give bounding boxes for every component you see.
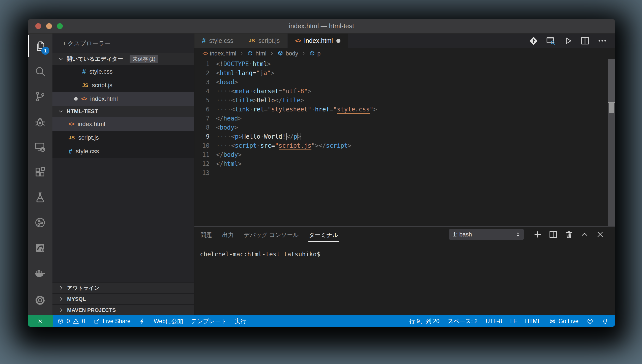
status-feedback[interactable]	[582, 315, 598, 327]
code-line-6[interactable]: 6····<link·rel="stylesheet"·href="style.…	[194, 105, 615, 114]
breadcrumb-item-p[interactable]: p	[309, 50, 321, 57]
more-actions-button[interactable]	[596, 34, 609, 47]
open-changes-button[interactable]	[527, 34, 540, 47]
open-editors-header[interactable]: 開いているエディター未保存 (1)	[52, 53, 194, 65]
split-terminal-button[interactable]	[547, 228, 559, 240]
tab-index.html[interactable]: <>index.html	[288, 34, 348, 48]
breadcrumb-item-index.html[interactable]: <>index.html	[202, 50, 236, 57]
code-line-4[interactable]: 4····<meta·charset="utf-8">	[194, 87, 615, 96]
tab-label: index.html	[304, 37, 333, 44]
status-notifications[interactable]	[598, 315, 613, 327]
code-line-5[interactable]: 5····<title>Hello</title>	[194, 96, 615, 105]
section-MYSQL[interactable]: MYSQL	[52, 293, 194, 304]
line-number: 1	[194, 59, 210, 69]
status-language-mode[interactable]: HTML	[521, 315, 545, 327]
status-indentation[interactable]: スペース: 2	[444, 315, 482, 327]
status-publish-web[interactable]: Webに公開	[150, 315, 187, 327]
tree-row-script.js[interactable]: JSscript.js	[52, 131, 194, 144]
tree-row-style.css[interactable]: #style.css	[52, 144, 194, 158]
tree-row-index.html[interactable]: <>index.html	[52, 117, 194, 131]
activity-item-extensions[interactable]	[28, 160, 52, 185]
code-token: script	[235, 142, 257, 149]
open-editor-row-style.css[interactable]: #style.css	[52, 65, 194, 78]
status-run[interactable]: 実行	[231, 315, 250, 327]
close-panel-button[interactable]	[594, 228, 606, 240]
open-editor-row-script.js[interactable]: JSscript.js	[52, 78, 194, 92]
close-button[interactable]	[35, 23, 41, 29]
maximize-panel-button[interactable]	[578, 228, 591, 240]
scrollbar-thumb[interactable]	[608, 59, 615, 102]
code-token: >	[234, 79, 238, 86]
kill-terminal-button[interactable]	[563, 228, 575, 240]
status-encoding[interactable]: UTF-8	[482, 315, 506, 327]
code-line-1[interactable]: 1<!DOCTYPE·html>	[194, 59, 615, 69]
code-line-2[interactable]: 2<html·lang="ja">	[194, 69, 615, 78]
code-line-13[interactable]: 13	[194, 168, 615, 177]
status-bar: 00Live ShareWebに公開テンプレート実行 行 9、列 20スペース:…	[28, 315, 615, 327]
folder-header[interactable]: HTML-TEST	[52, 106, 194, 117]
tab-style.css[interactable]: #style.css	[194, 34, 241, 48]
panel-tab-出力[interactable]: 出力	[222, 227, 234, 242]
activity-item-git-graph[interactable]	[28, 210, 52, 235]
status-cursor-position[interactable]: 行 9、列 20	[405, 315, 444, 327]
code-line-12[interactable]: 12</html>	[194, 159, 615, 168]
code-line-8[interactable]: 8<body>	[194, 123, 615, 132]
line-content: ····<p>Hello·World!</p>	[216, 132, 301, 141]
line-content: ····<link·rel="stylesheet"·href="style.c…	[216, 105, 377, 114]
panel-tab-ターミナル[interactable]: ターミナル	[308, 227, 339, 242]
editor-scrollbar[interactable]	[608, 59, 615, 226]
open-editor-row-index.html[interactable]: <>index.html	[52, 92, 194, 106]
activity-item-remote-explorer[interactable]	[28, 134, 52, 160]
new-terminal-button[interactable]	[532, 228, 544, 240]
line-number: 5	[194, 96, 210, 105]
run-file-button[interactable]	[561, 34, 574, 47]
code-token: </	[216, 160, 223, 167]
split-editor-button[interactable]	[578, 34, 592, 47]
code-line-9[interactable]: 9····<p>Hello·World!</p>	[194, 132, 615, 141]
status-remote-indicator[interactable]	[28, 315, 53, 327]
section-アウトライン[interactable]: アウトライン	[52, 282, 194, 293]
activity-item-explorer[interactable]: 1	[28, 34, 52, 59]
status-eol[interactable]: LF	[506, 315, 521, 327]
status-encoding-text: UTF-8	[486, 318, 502, 325]
code-line-11[interactable]: 11</body>	[194, 150, 615, 159]
open-browser-preview-button[interactable]	[544, 34, 557, 47]
deploy-icon	[34, 242, 46, 254]
code-line-7[interactable]: 7</head>	[194, 114, 615, 123]
section-MAVEN PROJECTS[interactable]: MAVEN PROJECTS	[52, 304, 194, 315]
status-go-live[interactable]: Go Live	[545, 315, 582, 327]
panel-tab-デバッグ コンソール[interactable]: デバッグ コンソール	[243, 227, 299, 242]
activity-item-manage[interactable]	[28, 288, 52, 313]
tab-script.js[interactable]: JSscript.js	[241, 34, 287, 48]
link-token: style.css	[337, 106, 370, 114]
code-token: p	[294, 133, 297, 140]
broadcast-icon	[549, 318, 556, 325]
code-token: Hello	[257, 97, 275, 104]
zoom-button[interactable]	[57, 23, 63, 29]
code-editor[interactable]: 1<!DOCTYPE·html>2<html·lang="ja">3<head>…	[194, 59, 615, 226]
status-problems[interactable]: 00	[53, 315, 89, 327]
activity-item-run-debug[interactable]	[28, 109, 52, 134]
close-x-icon	[595, 230, 605, 239]
minimize-button[interactable]	[46, 23, 52, 29]
breadcrumb-item-body[interactable]: body	[277, 50, 298, 57]
terminal-select[interactable]: 1: bash	[449, 229, 524, 240]
activity-item-testing[interactable]	[28, 185, 52, 210]
activity-item-search[interactable]	[28, 59, 52, 84]
code-line-3[interactable]: 3<head>	[194, 78, 615, 87]
activity-item-source-control[interactable]	[28, 84, 52, 109]
status-template[interactable]: テンプレート	[187, 315, 231, 327]
code-token: script	[326, 142, 348, 149]
line-number: 6	[194, 105, 210, 114]
code-line-10[interactable]: 10····<script·src="script.js"></script>	[194, 141, 615, 150]
activity-item-deploy[interactable]	[28, 235, 52, 260]
breadcrumb-item-html[interactable]: html	[247, 50, 266, 57]
status-lightning[interactable]	[135, 315, 150, 327]
status-live-share[interactable]: Live Share	[89, 315, 135, 327]
status-template-text: テンプレート	[191, 317, 227, 325]
terminal-content[interactable]: chelchel-mac:html-test tatsuhiko$	[194, 242, 615, 315]
title-bar[interactable]: index.html — html-test	[28, 19, 615, 34]
panel-tab-問題[interactable]: 問題	[200, 227, 213, 242]
activity-item-docker[interactable]	[28, 260, 52, 286]
status-run-text: 実行	[235, 317, 246, 325]
